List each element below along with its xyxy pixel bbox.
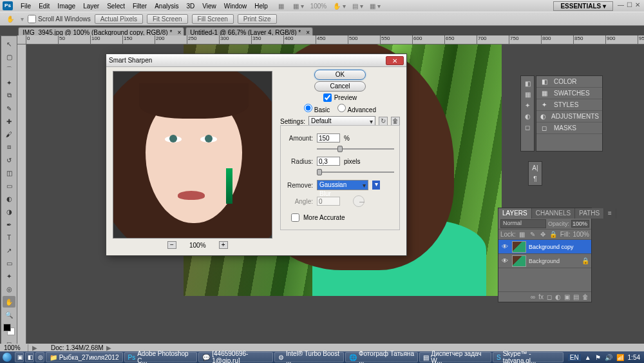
menu-select[interactable]: Select [103, 3, 129, 10]
brush-tool[interactable]: 🖌 [3, 128, 15, 140]
taskbar-item[interactable]: 🌐Фотограф Татьяна ... [345, 352, 418, 362]
preview-checkbox[interactable] [323, 93, 332, 102]
taskbar-item[interactable]: 📁Рыбка_27июля2012 [46, 352, 123, 362]
tray-icon[interactable]: 🔊 [605, 354, 612, 361]
panel-icon[interactable]: ◐ [525, 113, 531, 120]
workspace-selector[interactable]: ESSENTIALS ▾ [553, 1, 613, 11]
save-preset-icon[interactable]: ↻ [379, 117, 388, 126]
blur-tool[interactable]: ◐ [3, 193, 15, 204]
layer-row[interactable]: 👁 Background 🔒 [498, 254, 591, 268]
menu-edit[interactable]: Edit [35, 3, 53, 10]
dodge-tool[interactable]: ◑ [3, 206, 15, 217]
blend-mode-dropdown[interactable]: Normal [500, 219, 546, 228]
paths-tab[interactable]: PATHS [575, 208, 604, 219]
minimize-button[interactable]: — [617, 2, 625, 10]
hand-tool[interactable]: ✋ [3, 296, 15, 308]
taskbar-item[interactable]: ⚙Intel® Turbo Boost ... [274, 352, 344, 362]
clock[interactable]: 1:54 [628, 354, 640, 361]
panel-icon[interactable]: ✦ [525, 102, 530, 109]
remove-arrow-icon[interactable]: ▾ [372, 181, 380, 190]
pinned-explorer[interactable]: ▣ [15, 352, 24, 362]
delete-layer-icon[interactable]: 🗑 [582, 293, 589, 300]
char-panel-icon[interactable]: A| [532, 164, 538, 172]
lock-paint-icon[interactable]: ✎ [529, 231, 536, 239]
fill-screen-button[interactable]: Fill Screen [192, 14, 234, 24]
radius-input[interactable] [317, 157, 340, 166]
panel-menu-icon[interactable]: ≡ [604, 208, 616, 219]
marquee-tool[interactable]: ▢ [3, 51, 15, 63]
panel-icon[interactable]: ◻ [525, 124, 530, 131]
lock-transparent-icon[interactable]: ▦ [518, 231, 526, 239]
menu-filter[interactable]: Filter [129, 3, 151, 10]
menu-image[interactable]: Image [53, 3, 79, 10]
close-button[interactable]: ✕ [634, 2, 641, 10]
styles-panel[interactable]: ✦STYLES [536, 99, 602, 111]
layer-name[interactable]: Background copy [529, 244, 589, 250]
cancel-button[interactable]: Cancel [314, 81, 366, 92]
adjustments-panel[interactable]: ◐ADJUSTMENTS [536, 111, 602, 123]
pinned-app[interactable]: ◎ [35, 352, 44, 362]
layer-name[interactable]: Background [529, 258, 579, 264]
layer-thumbnail[interactable] [512, 241, 526, 253]
move-tool[interactable]: ↖ [3, 38, 15, 50]
start-button[interactable] [0, 351, 14, 363]
menu-layer[interactable]: Layer [79, 3, 103, 10]
zoom-tool[interactable]: 🔍 [3, 309, 15, 320]
tray-icon[interactable]: 📶 [616, 354, 624, 361]
3d-cam-tool[interactable]: ◎ [3, 283, 15, 295]
link-layers-icon[interactable]: ∞ [531, 293, 535, 300]
menu-help[interactable]: Help [251, 3, 272, 10]
menu-window[interactable]: Window [220, 3, 251, 10]
eyedropper-tool[interactable]: ✎ [3, 103, 15, 114]
swatches-panel[interactable]: ▦SWATCHES [536, 88, 602, 99]
lasso-tool[interactable]: ⌒ [3, 64, 15, 75]
ok-button[interactable]: OK [314, 70, 366, 80]
color-swatches[interactable] [3, 324, 15, 335]
gradient-tool[interactable]: ▭ [3, 180, 15, 191]
channels-tab[interactable]: CHANNELS [532, 208, 575, 219]
menu-view[interactable]: View [198, 3, 220, 10]
lock-position-icon[interactable]: ✥ [539, 231, 547, 239]
layers-tab[interactable]: LAYERS [498, 208, 532, 219]
delete-preset-icon[interactable]: 🗑 [391, 117, 400, 126]
fit-screen-button[interactable]: Fit Screen [147, 14, 188, 24]
preview-image[interactable] [113, 71, 272, 239]
fill-input[interactable]: 100% [573, 231, 589, 238]
shape-tool[interactable]: ▭ [3, 257, 15, 269]
para-panel-icon[interactable]: ¶ [533, 175, 536, 182]
taskbar-item[interactable]: 💬[446590696-1@qip.ru] [198, 352, 273, 362]
zoom-in-button[interactable]: + [219, 241, 228, 249]
3d-tool[interactable]: ✦ [3, 270, 15, 282]
panel-icon[interactable]: ▦ [525, 91, 531, 98]
scroll-all-checkbox[interactable]: Scroll All Windows [28, 15, 91, 23]
adjustment-layer-icon[interactable]: ◐ [555, 293, 561, 300]
pinned-app[interactable]: ◧ [25, 352, 34, 362]
zoom-input[interactable]: 100% [3, 344, 28, 351]
amount-slider[interactable] [317, 145, 394, 153]
hand-tool-icon[interactable]: ✋ [4, 15, 17, 23]
ruler-vertical[interactable] [17, 44, 26, 344]
print-size-button[interactable]: Print Size [238, 14, 277, 24]
visibility-icon[interactable]: 👁 [500, 257, 509, 264]
heal-tool[interactable]: ✚ [3, 115, 15, 127]
amount-input[interactable] [317, 133, 340, 142]
ruler-horizontal[interactable]: 0501001502002503003504004505005506006507… [17, 35, 644, 44]
zoom-out-button[interactable]: − [167, 241, 176, 249]
more-accurate-checkbox[interactable] [291, 213, 299, 222]
remove-dropdown[interactable]: Gaussian Blur [317, 180, 368, 190]
pen-tool[interactable]: ✒ [3, 219, 15, 230]
eraser-tool[interactable]: ◫ [3, 167, 15, 179]
visibility-icon[interactable]: 👁 [500, 243, 509, 250]
type-tool[interactable]: T [3, 231, 15, 243]
layer-style-icon[interactable]: fx [538, 293, 544, 300]
path-tool[interactable]: ↗ [3, 244, 15, 256]
menu-3d[interactable]: 3D [182, 3, 198, 10]
stamp-tool[interactable]: ⧇ [3, 141, 15, 153]
color-panel[interactable]: ◧COLOR [536, 76, 602, 88]
advanced-radio[interactable]: Advanced [337, 104, 376, 113]
history-brush-tool[interactable]: ↺ [3, 154, 15, 166]
layer-mask-icon[interactable]: ◻ [547, 293, 552, 300]
language-indicator[interactable]: EN [568, 354, 581, 361]
lock-all-icon[interactable]: 🔒 [549, 231, 557, 239]
tray-icon[interactable]: ▲ [585, 354, 591, 361]
